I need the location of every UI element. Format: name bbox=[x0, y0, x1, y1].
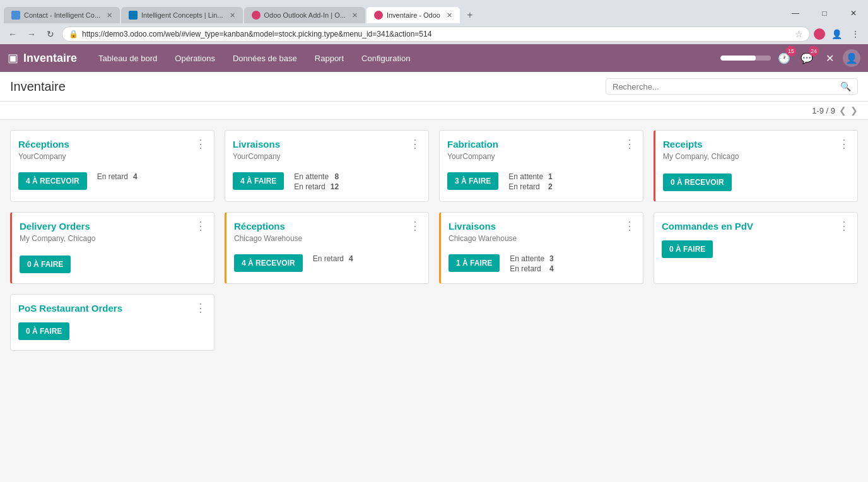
tab-label-3: Odoo Outlook Add-In | O... bbox=[264, 11, 346, 19]
action-button-pos-restaurant[interactable]: 0 À FAIRE bbox=[18, 322, 69, 340]
card-title-receptions[interactable]: Réceptions bbox=[18, 139, 69, 150]
nav-configuration[interactable]: Configuration bbox=[353, 44, 419, 72]
stat-value-livraisons-1: 12 bbox=[331, 182, 339, 191]
user-avatar-icon[interactable]: 👤 bbox=[843, 49, 860, 67]
close-nav-icon[interactable]: ✕ bbox=[820, 49, 839, 68]
stat-row-liv-chicago-1: En retard 4 bbox=[510, 264, 553, 273]
pagination-next-button[interactable]: ❯ bbox=[850, 105, 858, 115]
card-header-fabrication: Fabrication ⋮ bbox=[440, 131, 643, 152]
tab-close-2[interactable]: ✕ bbox=[230, 11, 235, 20]
card-subtitle-fabrication: YourCompany bbox=[440, 152, 643, 167]
stat-value-fab-1: 2 bbox=[548, 182, 553, 191]
browser-tab-4[interactable]: Inventaire - Odoo ✕ bbox=[367, 7, 460, 23]
nav-menu: Tableau de bord Opérations Données de ba… bbox=[90, 44, 720, 72]
nav-operations[interactable]: Opérations bbox=[166, 44, 224, 72]
nav-donnees-de-base[interactable]: Données de base bbox=[224, 44, 306, 72]
card-body-delivery-orders: 0 À FAIRE bbox=[12, 249, 214, 283]
browser-tab-1[interactable]: Contact - Intelligent Co... ✕ bbox=[4, 7, 120, 23]
search-box[interactable]: 🔍 bbox=[606, 78, 858, 95]
kanban-card-receptions-chicago: Réceptions ⋮ Chicago Warehouse 4 À RECEV… bbox=[225, 212, 429, 284]
back-button[interactable]: ← bbox=[5, 26, 20, 42]
browser-tab-2[interactable]: Intelligent Concepts | Lin... ✕ bbox=[121, 7, 242, 23]
card-title-fabrication[interactable]: Fabrication bbox=[447, 139, 498, 150]
nav-badge-24[interactable]: 💬 24 bbox=[797, 49, 816, 68]
card-title-receptions-chicago[interactable]: Réceptions bbox=[234, 221, 285, 232]
stat-label-fab-1: En retard bbox=[508, 182, 539, 191]
card-title-livraisons-chicago[interactable]: Livraisons bbox=[449, 221, 496, 232]
page-title: Inventaire bbox=[10, 79, 66, 94]
nav-rapport[interactable]: Rapport bbox=[306, 44, 353, 72]
tab-close-1[interactable]: ✕ bbox=[107, 11, 112, 20]
stat-row-rec-chicago-0: En retard 4 bbox=[313, 254, 353, 263]
forward-button[interactable]: → bbox=[24, 26, 39, 42]
card-title-commandes-pdv[interactable]: Commandes en PdV bbox=[662, 221, 753, 232]
bookmark-icon[interactable]: ☆ bbox=[795, 29, 803, 39]
card-header-livraisons: Livraisons ⋮ bbox=[225, 131, 428, 152]
page-header: Inventaire 🔍 bbox=[0, 72, 868, 102]
kanban-card-pos-restaurant: PoS Restaurant Orders ⋮ 0 À FAIRE bbox=[10, 294, 214, 351]
stat-row-livraisons-0: En attente 8 bbox=[294, 172, 339, 181]
card-title-pos-restaurant[interactable]: PoS Restaurant Orders bbox=[18, 303, 122, 314]
close-button[interactable]: ✕ bbox=[839, 4, 868, 23]
card-menu-commandes-pdv[interactable]: ⋮ bbox=[838, 220, 850, 232]
stat-value-livraisons-0: 8 bbox=[334, 172, 339, 181]
kanban-grid: Réceptions ⋮ YourCompany 4 À RECEVOIR En… bbox=[0, 120, 868, 294]
action-button-receptions-chicago[interactable]: 4 À RECEVOIR bbox=[234, 254, 303, 272]
address-bar[interactable]: 🔒 https://demo3.odoo.com/web/#view_type=… bbox=[62, 26, 810, 42]
card-menu-pos-restaurant[interactable]: ⋮ bbox=[195, 302, 206, 314]
search-input[interactable] bbox=[613, 82, 840, 91]
stat-value-0: 4 bbox=[133, 172, 138, 181]
minimize-button[interactable]: — bbox=[781, 4, 810, 23]
card-menu-delivery-orders[interactable]: ⋮ bbox=[195, 220, 206, 232]
odoo-extension-icon[interactable] bbox=[814, 28, 825, 40]
reload-button[interactable]: ↻ bbox=[43, 26, 58, 42]
stat-row-livraisons-1: En retard 12 bbox=[294, 182, 339, 191]
card-header-receptions-chicago: Réceptions ⋮ bbox=[226, 213, 428, 234]
menu-icon[interactable]: ⋮ bbox=[848, 26, 863, 42]
new-tab-button[interactable]: + bbox=[461, 6, 479, 24]
apps-grid-icon[interactable]: ▣ bbox=[8, 51, 18, 65]
card-menu-livraisons[interactable]: ⋮ bbox=[409, 138, 421, 150]
kanban-row-3: PoS Restaurant Orders ⋮ 0 À FAIRE bbox=[0, 294, 868, 361]
tab-close-3[interactable]: ✕ bbox=[352, 11, 358, 20]
action-button-receipts[interactable]: 0 À RECEVOIR bbox=[663, 173, 732, 191]
tab-favicon-4 bbox=[374, 11, 383, 20]
tab-favicon-1 bbox=[11, 11, 20, 20]
pagination-prev-button[interactable]: ❮ bbox=[839, 105, 847, 115]
card-subtitle-delivery-orders: My Company, Chicago bbox=[12, 234, 214, 249]
card-body-receptions: 4 À RECEVOIR En retard 4 bbox=[11, 167, 214, 197]
odoo-logo-area: ▣ Inventaire bbox=[8, 51, 77, 65]
nav-right-controls: 🕐 15 💬 24 ✕ 👤 bbox=[720, 49, 860, 68]
card-header-commandes-pdv: Commandes en PdV ⋮ bbox=[654, 213, 857, 234]
badge-count-24: 24 bbox=[809, 46, 819, 56]
card-menu-fabrication[interactable]: ⋮ bbox=[624, 138, 635, 150]
action-button-livraisons[interactable]: 4 À FAIRE bbox=[233, 172, 284, 190]
profile-icon[interactable]: 👤 bbox=[829, 26, 844, 42]
nav-badge-15[interactable]: 🕐 15 bbox=[775, 49, 794, 68]
card-menu-receptions-chicago[interactable]: ⋮ bbox=[409, 220, 421, 232]
card-menu-livraisons-chicago[interactable]: ⋮ bbox=[624, 220, 635, 232]
badge-count-15: 15 bbox=[786, 46, 796, 56]
kanban-card-fabrication: Fabrication ⋮ YourCompany 3 À FAIRE En a… bbox=[439, 130, 643, 202]
action-button-fabrication[interactable]: 3 À FAIRE bbox=[447, 172, 498, 190]
card-title-livraisons[interactable]: Livraisons bbox=[233, 139, 280, 150]
browser-tab-3[interactable]: Odoo Outlook Add-In | O... ✕ bbox=[244, 7, 365, 23]
tab-close-4[interactable]: ✕ bbox=[447, 11, 452, 20]
pagination-info: 1-9 / 9 bbox=[812, 106, 835, 115]
action-button-receptions[interactable]: 4 À RECEVOIR bbox=[18, 172, 87, 190]
action-button-commandes-pdv[interactable]: 0 À FAIRE bbox=[662, 240, 713, 258]
stat-value-fab-0: 1 bbox=[548, 172, 553, 181]
card-menu-receptions[interactable]: ⋮ bbox=[195, 138, 206, 150]
card-body-commandes-pdv: 0 À FAIRE bbox=[654, 234, 857, 268]
maximize-button[interactable]: □ bbox=[810, 4, 839, 23]
action-button-delivery-orders[interactable]: 0 À FAIRE bbox=[20, 256, 71, 273]
card-menu-receipts[interactable]: ⋮ bbox=[838, 138, 850, 150]
card-title-receipts[interactable]: Receipts bbox=[663, 139, 703, 150]
nav-tableau-de-bord[interactable]: Tableau de bord bbox=[90, 44, 166, 72]
action-button-livraisons-chicago[interactable]: 1 À FAIRE bbox=[449, 254, 500, 272]
card-body-livraisons-chicago: 1 À FAIRE En attente 3 En retard 4 bbox=[441, 249, 643, 281]
card-title-delivery-orders[interactable]: Delivery Orders bbox=[20, 221, 90, 232]
stat-label-livraisons-0: En attente bbox=[294, 172, 329, 181]
nav-progress-bar bbox=[720, 56, 771, 61]
card-body-fabrication: 3 À FAIRE En attente 1 En retard 2 bbox=[440, 167, 643, 199]
